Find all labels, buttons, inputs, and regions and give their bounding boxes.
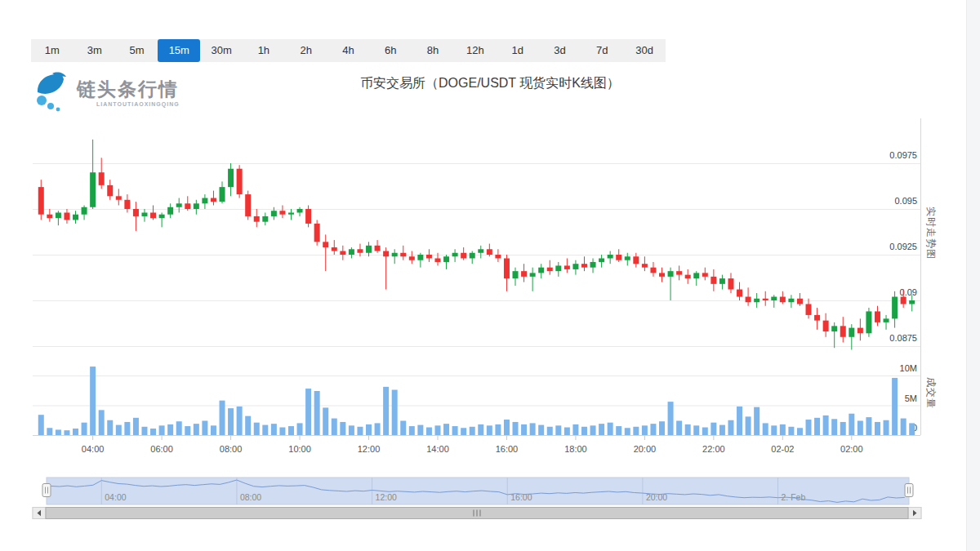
volume-bar: [780, 424, 786, 435]
candle-down: [633, 256, 639, 264]
candle-down: [150, 212, 156, 218]
candle-down: [547, 268, 553, 271]
volume-bar: [564, 428, 570, 435]
volume-bar: [228, 408, 234, 435]
volume-bar: [271, 424, 277, 435]
candle-up: [909, 300, 915, 304]
candle-up: [159, 215, 165, 218]
candle-up: [271, 211, 277, 216]
candle-down: [858, 328, 863, 334]
volume-bar: [56, 429, 61, 435]
candle-down: [38, 187, 44, 215]
candle-down: [409, 256, 415, 260]
candle-down: [375, 246, 381, 251]
volume-bar: [746, 416, 751, 435]
candle-up: [90, 172, 96, 207]
volume-bar: [245, 416, 251, 435]
volume-bar: [668, 402, 674, 435]
candle-up: [262, 216, 268, 222]
volume-bar: [840, 422, 846, 435]
volume-bar: [124, 422, 130, 435]
candle-down: [116, 196, 122, 199]
volume-bar: [167, 424, 173, 435]
candle-up: [625, 256, 630, 260]
candle-up: [366, 246, 372, 253]
volume-bar: [693, 425, 699, 435]
volume-bar: [513, 422, 519, 435]
volume-bar: [434, 425, 440, 435]
candle-down: [504, 258, 510, 278]
candle-down: [323, 242, 328, 247]
candle-up: [392, 253, 398, 256]
volume-bar: [590, 425, 596, 435]
candle-up: [892, 297, 898, 319]
volume-bar: [357, 427, 363, 435]
candle-up: [754, 299, 760, 302]
candle-down: [254, 216, 260, 222]
candle-down: [642, 264, 648, 267]
volume-bar: [332, 419, 337, 435]
candle-down: [564, 265, 570, 269]
candle-up: [693, 273, 699, 278]
volume-bar: [823, 415, 829, 435]
candle-down: [245, 194, 251, 216]
volume-bar: [547, 427, 553, 435]
volume-bar: [676, 420, 682, 435]
candle-up: [288, 212, 294, 214]
volume-bar: [875, 422, 880, 435]
candle-up: [866, 311, 871, 333]
page-scrollbar-area[interactable]: [966, 0, 980, 551]
volume-bar: [279, 428, 285, 435]
volume-bar: [254, 423, 260, 435]
volume-bar: [788, 427, 794, 435]
volume-bar: [141, 427, 147, 435]
volume-bar: [47, 428, 52, 435]
volume-bar: [884, 420, 889, 435]
volume-bar: [702, 428, 708, 435]
candle-down: [47, 215, 52, 218]
x-axis-label: 12:00: [358, 444, 381, 454]
candle-down: [107, 185, 113, 196]
x-axis-label: 04:00: [82, 444, 105, 454]
candle-down: [710, 277, 716, 284]
volume-bar: [831, 419, 837, 435]
candle-down: [616, 255, 621, 260]
volume-bar: [202, 420, 207, 435]
volume-bar: [616, 426, 621, 435]
volume-bar: [176, 421, 182, 435]
volume-bar: [150, 429, 156, 435]
candle-down: [659, 273, 665, 276]
navigator-label: 04:00: [105, 492, 126, 502]
candle-down: [400, 253, 406, 256]
volume-bar: [417, 425, 423, 435]
candle-up: [530, 273, 536, 276]
kline-chart-canvas[interactable]: 0.09750.0950.09250.090.087510M5M004:0006…: [0, 0, 980, 551]
navigator-handle-right[interactable]: [905, 484, 913, 497]
candle-down: [279, 211, 285, 214]
volume-bar: [608, 423, 613, 435]
candle-down: [650, 268, 656, 273]
candle-up: [831, 326, 837, 331]
candle-down: [434, 258, 440, 261]
candle-up: [228, 169, 234, 187]
candle-up: [470, 253, 475, 259]
volume-axis-label: 5M: [905, 393, 917, 403]
candle-up: [555, 265, 561, 271]
x-axis-label: 22:00: [702, 444, 725, 454]
x-axis-label: 06:00: [150, 444, 173, 454]
x-axis-label: 18:00: [564, 444, 587, 454]
candle-up: [349, 249, 354, 255]
navigator-handle-left[interactable]: [42, 484, 51, 497]
volume-bar: [719, 425, 725, 435]
price-axis-label: 0.0925: [889, 242, 917, 251]
price-axis-label: 0.0875: [889, 333, 917, 343]
volume-bar: [90, 367, 96, 435]
volume-bar: [383, 387, 389, 435]
volume-bar: [710, 423, 716, 435]
volume-bar: [599, 424, 604, 435]
candle-down: [780, 297, 786, 303]
price-axis-label: 0.095: [894, 196, 917, 206]
volume-bar: [400, 420, 406, 435]
candle-down: [64, 212, 69, 220]
volume-bar: [685, 424, 691, 435]
